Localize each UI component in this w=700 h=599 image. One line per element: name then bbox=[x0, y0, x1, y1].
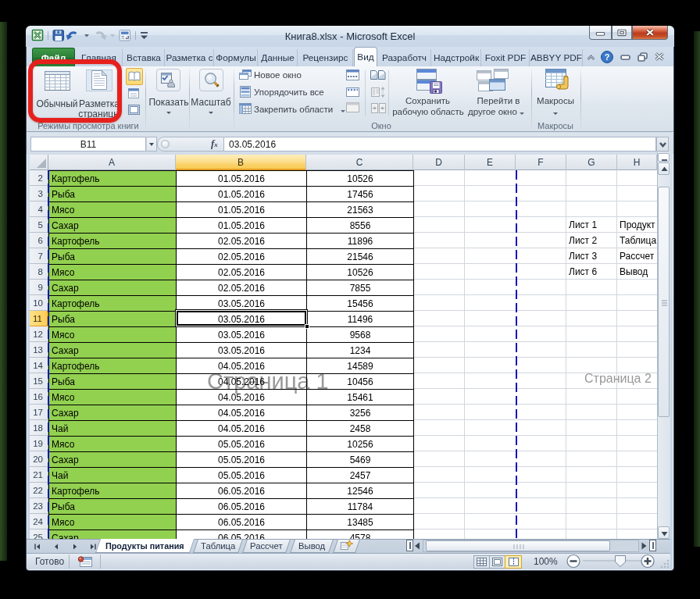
svg-text:?: ? bbox=[605, 52, 610, 62]
